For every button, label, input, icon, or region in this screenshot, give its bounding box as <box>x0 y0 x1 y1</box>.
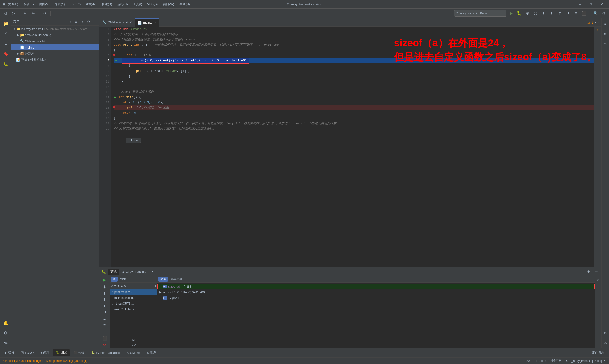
vb-tab-run[interactable]: ▶ 运行 <box>2 349 17 356</box>
right-icon-3[interactable]: ✎ <box>601 39 609 49</box>
vb-tab-python[interactable]: 🐍 Python Packages <box>88 349 123 356</box>
stop-button[interactable]: ⬛ <box>581 10 587 17</box>
step-into-btn[interactable]: ⬇ <box>548 10 555 17</box>
frame-down2-icon[interactable]: ▼ <box>117 284 120 288</box>
evaluate-btn[interactable]: ≡ <box>573 10 579 17</box>
bottom-tab-debug[interactable]: 调试 <box>108 269 119 275</box>
frame-item-0[interactable]: □ print main.c:6 <box>110 289 157 295</box>
run-cursor-btn[interactable]: ⮕ <box>565 10 571 17</box>
tab-cmakelists-close[interactable]: ✕ <box>130 21 132 24</box>
sidebar-icon-settings[interactable]: ⚙ <box>1 328 11 338</box>
tree-main-c[interactable]: 📄 main.c <box>12 44 99 51</box>
sidebar-icon-structure[interactable]: ≡ <box>1 39 11 49</box>
search-button[interactable]: 🔍 <box>592 10 599 17</box>
menu-run[interactable]: 运行(U) <box>115 1 130 7</box>
sidebar-icon-bookmarks[interactable]: 🔖 <box>1 49 11 59</box>
panel-icon-globe[interactable]: ⊕ <box>67 19 73 25</box>
maximize-button[interactable]: □ <box>585 0 596 9</box>
stop-btn2[interactable]: ⬛ <box>101 336 108 341</box>
layout-btn[interactable]: ⧉ <box>595 277 602 284</box>
status-warning[interactable]: Clang-Tidy: Suspicious usage of sizeof p… <box>2 359 90 363</box>
run-configuration[interactable]: 2_array_transmit | Debug ▾ <box>454 10 506 17</box>
tab-main-c-close[interactable]: ✕ <box>154 21 156 24</box>
vb-tab-terminal[interactable]: ⬛ 终端 <box>71 349 87 356</box>
var-item-i[interactable]: oi i = {int} 0 <box>157 295 595 301</box>
panel-settings-btn[interactable]: ⚙ <box>585 268 592 275</box>
var-item-sizeof[interactable]: oi sizeof(a) = {int} 8 <box>157 284 595 289</box>
run-button[interactable]: ▶ <box>508 10 515 17</box>
menu-file[interactable]: 文件(F) <box>6 1 21 7</box>
sidebar-icon-expand[interactable]: ≫ <box>1 338 11 348</box>
menu-code[interactable]: 代码(C) <box>68 1 83 7</box>
frame-item-1[interactable]: □ main main.c:15 <box>110 295 157 301</box>
tab-frames[interactable]: 帧 <box>111 277 117 282</box>
tab-cmakelists[interactable]: 🔧 CMakeLists.txt ✕ <box>99 18 135 27</box>
frame-down-icon[interactable]: ▼ <box>114 284 117 288</box>
step-out-btn2[interactable]: ⬆ <box>101 303 108 309</box>
tab-main-c[interactable]: 📄 main.c ✕ <box>135 18 159 27</box>
frame-ctrl-2[interactable]: ○○ <box>131 343 136 347</box>
restart-btn[interactable]: ↺ <box>101 342 108 348</box>
tab-gdb[interactable]: GDB <box>118 277 128 281</box>
frame-ctrl-1[interactable]: ⧉ <box>132 338 135 342</box>
right-icon-2[interactable]: ⊕ <box>601 29 609 39</box>
menu-edit[interactable]: 编辑(E) <box>21 1 36 7</box>
pause-btn[interactable]: ⏸ <box>101 329 108 335</box>
vb-tab-cmake[interactable]: △ CMake <box>124 349 143 356</box>
tab-variables[interactable]: 变量 <box>158 277 168 282</box>
sidebar-icon-project[interactable]: 📁 <box>1 19 11 28</box>
sidebar-icon-debug[interactable]: 🐛 <box>1 59 11 68</box>
step-out-btn[interactable]: ⬆ <box>557 10 563 17</box>
toolbar-redo-btn[interactable]: ↪ <box>30 10 36 17</box>
vb-tab-todo[interactable]: ☑ TODO <box>18 349 36 356</box>
code-editor[interactable]: 1 2 3 4 5 6 7 8 9 10 11 12 13 14 15 16 1 <box>99 27 594 267</box>
tree-external[interactable]: ▶ 📦 外部库 <box>12 51 99 57</box>
attach-button[interactable]: ⊕ <box>524 10 531 17</box>
status-encoding[interactable]: LF UTF-8 <box>533 359 548 363</box>
menu-vcs[interactable]: VCS(S) <box>145 1 160 7</box>
scroll-down-icon[interactable]: ∨ <box>597 21 599 24</box>
status-indent[interactable]: 4个空格 <box>550 359 563 363</box>
menu-nav[interactable]: 导航(N) <box>52 1 67 7</box>
panel-close-btn[interactable]: ─ <box>593 268 599 275</box>
panel-icon-filter[interactable]: ▿ <box>80 19 85 25</box>
panel-icon-sort[interactable]: ≡ <box>74 19 79 25</box>
vb-tab-debug[interactable]: 🐛 调试 <box>53 349 70 356</box>
close-button[interactable]: ✕ <box>596 0 607 9</box>
eval-btn[interactable]: ≡ <box>101 316 108 322</box>
bottom-tab-instance[interactable]: 2_array_transmit <box>120 269 148 274</box>
frame-filter-icon[interactable]: ✕ <box>124 284 126 288</box>
vb-tab-messages[interactable]: ✉ 消息 <box>144 349 159 356</box>
sidebar-icon-notifications[interactable]: 🔔 <box>1 318 11 328</box>
debug-button[interactable]: 🐛 <box>516 10 523 17</box>
step-over-btn2[interactable]: ⬇ <box>101 284 108 290</box>
panel-icon-settings[interactable]: ⚙ <box>86 19 91 25</box>
right-icon-4[interactable]: ⚙ <box>601 328 609 338</box>
menu-view[interactable]: 视图(V) <box>37 1 52 7</box>
frame-item-2[interactable]: □ _tmainCRTSta... <box>110 301 157 306</box>
vb-tab-eventlog[interactable]: 事件日志 <box>589 349 607 356</box>
menu-help[interactable]: 帮助(H) <box>177 1 192 7</box>
menu-tools[interactable]: 工具(I) <box>130 1 144 7</box>
tree-cmake-build[interactable]: ▶ 📁 cmake-build-debug <box>12 32 99 38</box>
resume-btn[interactable]: ▶ <box>101 277 108 283</box>
toolbar-undo-btn[interactable]: ↩ <box>22 10 28 17</box>
frame-up-icon[interactable]: ▲ <box>120 284 123 288</box>
trace-btn[interactable]: ≡ <box>101 322 108 328</box>
toolbar-back-btn[interactable]: ◁ <box>2 10 9 17</box>
status-context[interactable]: C: 2_array_transmit | Debug ▼ <box>565 359 607 363</box>
var-a-expand[interactable]: ▶ <box>159 291 163 294</box>
step-into-btn2[interactable]: ⬇ <box>101 290 108 297</box>
tab-memory[interactable]: 内存视图 <box>168 277 184 282</box>
status-position[interactable]: 7:20 <box>523 359 531 363</box>
sidebar-icon-commit[interactable]: ✓ <box>1 29 11 39</box>
run-cursor-btn2[interactable]: ⮕ <box>101 310 108 315</box>
menu-build[interactable]: 构建(B) <box>99 1 114 7</box>
tree-root[interactable]: ▾ 📁 2-array-transmit E:\ClionProjects\co… <box>12 26 99 32</box>
toolbar-forward-btn[interactable]: ▷ <box>10 10 17 17</box>
menu-window[interactable]: 窗口(W) <box>161 1 177 7</box>
vb-tab-problems[interactable]: ● 问题 <box>37 349 52 356</box>
tree-cmakelists[interactable]: 🔧 CMakeLists.txt <box>12 38 99 44</box>
frame-item-3[interactable]: □ mainCRTStartu... <box>110 306 157 312</box>
expand-icon[interactable]: ∧ <box>594 21 596 24</box>
